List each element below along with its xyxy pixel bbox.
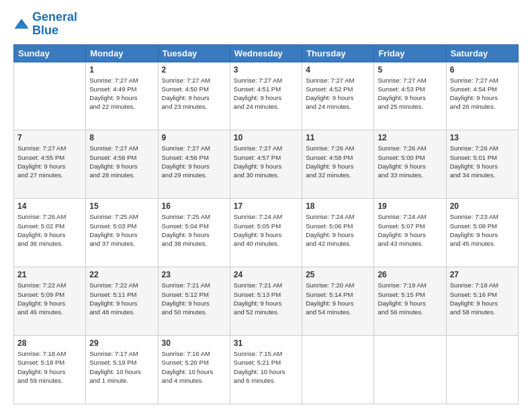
day-cell: 24Sunrise: 7:21 AM Sunset: 5:13 PM Dayli… bbox=[230, 267, 302, 336]
day-number: 5 bbox=[378, 65, 442, 75]
day-info: Sunrise: 7:16 AM Sunset: 5:20 PM Dayligh… bbox=[162, 349, 226, 385]
day-info: Sunrise: 7:21 AM Sunset: 5:13 PM Dayligh… bbox=[234, 281, 298, 316]
week-row-4: 21Sunrise: 7:22 AM Sunset: 5:09 PM Dayli… bbox=[14, 267, 519, 336]
day-info: Sunrise: 7:27 AM Sunset: 4:56 PM Dayligh… bbox=[162, 144, 226, 179]
day-info: Sunrise: 7:26 AM Sunset: 5:00 PM Dayligh… bbox=[378, 144, 442, 179]
day-info: Sunrise: 7:15 AM Sunset: 5:21 PM Dayligh… bbox=[234, 349, 298, 385]
day-info: Sunrise: 7:26 AM Sunset: 5:02 PM Dayligh… bbox=[17, 212, 82, 248]
day-info: Sunrise: 7:27 AM Sunset: 4:52 PM Dayligh… bbox=[306, 76, 370, 111]
week-row-1: 1Sunrise: 7:27 AM Sunset: 4:49 PM Daylig… bbox=[14, 62, 519, 130]
logo: General Blue bbox=[13, 11, 77, 38]
day-number: 11 bbox=[306, 133, 370, 142]
day-info: Sunrise: 7:27 AM Sunset: 4:54 PM Dayligh… bbox=[450, 76, 515, 111]
day-number: 8 bbox=[89, 133, 154, 142]
day-info: Sunrise: 7:24 AM Sunset: 5:05 PM Dayligh… bbox=[234, 212, 298, 248]
day-number: 1 bbox=[89, 65, 154, 75]
day-cell: 15Sunrise: 7:25 AM Sunset: 5:03 PM Dayli… bbox=[86, 199, 158, 267]
day-number: 21 bbox=[17, 270, 82, 279]
day-info: Sunrise: 7:25 AM Sunset: 5:04 PM Dayligh… bbox=[162, 212, 226, 248]
day-number: 27 bbox=[450, 270, 515, 279]
day-cell: 18Sunrise: 7:24 AM Sunset: 5:06 PM Dayli… bbox=[302, 199, 374, 267]
weekday-header-wednesday: Wednesday bbox=[230, 44, 302, 62]
day-cell: 10Sunrise: 7:27 AM Sunset: 4:57 PM Dayli… bbox=[230, 130, 302, 199]
day-cell bbox=[14, 62, 86, 130]
day-cell: 3Sunrise: 7:27 AM Sunset: 4:51 PM Daylig… bbox=[230, 62, 302, 130]
day-cell: 16Sunrise: 7:25 AM Sunset: 5:04 PM Dayli… bbox=[158, 199, 230, 267]
logo-icon bbox=[13, 17, 30, 31]
week-row-3: 14Sunrise: 7:26 AM Sunset: 5:02 PM Dayli… bbox=[14, 199, 519, 267]
day-number: 16 bbox=[162, 201, 226, 211]
day-number: 13 bbox=[450, 133, 515, 142]
day-number: 30 bbox=[162, 338, 226, 348]
day-number: 19 bbox=[378, 201, 442, 211]
day-cell: 8Sunrise: 7:27 AM Sunset: 4:56 PM Daylig… bbox=[86, 130, 158, 199]
day-info: Sunrise: 7:21 AM Sunset: 5:12 PM Dayligh… bbox=[162, 281, 226, 316]
day-number: 18 bbox=[306, 201, 370, 211]
day-number: 31 bbox=[234, 338, 298, 348]
week-row-2: 7Sunrise: 7:27 AM Sunset: 4:55 PM Daylig… bbox=[14, 130, 519, 199]
day-cell: 5Sunrise: 7:27 AM Sunset: 4:53 PM Daylig… bbox=[374, 62, 446, 130]
day-cell: 2Sunrise: 7:27 AM Sunset: 4:50 PM Daylig… bbox=[158, 62, 230, 130]
day-cell: 7Sunrise: 7:27 AM Sunset: 4:55 PM Daylig… bbox=[14, 130, 86, 199]
day-info: Sunrise: 7:27 AM Sunset: 4:49 PM Dayligh… bbox=[89, 76, 154, 111]
weekday-header-friday: Friday bbox=[374, 44, 446, 62]
day-info: Sunrise: 7:25 AM Sunset: 5:03 PM Dayligh… bbox=[89, 212, 154, 248]
day-cell: 4Sunrise: 7:27 AM Sunset: 4:52 PM Daylig… bbox=[302, 62, 374, 130]
day-number: 29 bbox=[89, 338, 154, 348]
day-number: 26 bbox=[378, 270, 442, 279]
day-number: 23 bbox=[162, 270, 226, 279]
day-number: 6 bbox=[450, 65, 515, 75]
day-number: 10 bbox=[234, 133, 298, 142]
day-cell: 25Sunrise: 7:20 AM Sunset: 5:14 PM Dayli… bbox=[302, 267, 374, 336]
day-cell: 26Sunrise: 7:19 AM Sunset: 5:15 PM Dayli… bbox=[374, 267, 446, 336]
day-cell: 19Sunrise: 7:24 AM Sunset: 5:07 PM Dayli… bbox=[374, 199, 446, 267]
day-info: Sunrise: 7:22 AM Sunset: 5:11 PM Dayligh… bbox=[89, 281, 154, 316]
day-info: Sunrise: 7:22 AM Sunset: 5:09 PM Dayligh… bbox=[17, 281, 82, 316]
logo-text: General Blue bbox=[32, 11, 77, 38]
day-number: 3 bbox=[234, 65, 298, 75]
day-number: 14 bbox=[17, 201, 82, 211]
weekday-header-row: SundayMondayTuesdayWednesdayThursdayFrid… bbox=[14, 44, 519, 62]
day-cell: 31Sunrise: 7:15 AM Sunset: 5:21 PM Dayli… bbox=[230, 336, 302, 404]
day-number: 7 bbox=[17, 133, 82, 142]
weekday-header-thursday: Thursday bbox=[302, 44, 374, 62]
day-info: Sunrise: 7:27 AM Sunset: 4:53 PM Dayligh… bbox=[378, 76, 442, 111]
day-info: Sunrise: 7:26 AM Sunset: 5:01 PM Dayligh… bbox=[450, 144, 515, 179]
day-info: Sunrise: 7:26 AM Sunset: 4:58 PM Dayligh… bbox=[306, 144, 370, 179]
weekday-header-monday: Monday bbox=[86, 44, 158, 62]
day-cell bbox=[302, 336, 374, 404]
day-cell: 9Sunrise: 7:27 AM Sunset: 4:56 PM Daylig… bbox=[158, 130, 230, 199]
day-info: Sunrise: 7:17 AM Sunset: 5:19 PM Dayligh… bbox=[89, 349, 154, 385]
day-info: Sunrise: 7:27 AM Sunset: 4:56 PM Dayligh… bbox=[89, 144, 154, 179]
day-cell: 27Sunrise: 7:18 AM Sunset: 5:16 PM Dayli… bbox=[446, 267, 518, 336]
day-number: 24 bbox=[234, 270, 298, 279]
day-cell: 23Sunrise: 7:21 AM Sunset: 5:12 PM Dayli… bbox=[158, 267, 230, 336]
day-info: Sunrise: 7:18 AM Sunset: 5:16 PM Dayligh… bbox=[450, 281, 515, 316]
day-cell: 13Sunrise: 7:26 AM Sunset: 5:01 PM Dayli… bbox=[446, 130, 518, 199]
day-cell bbox=[446, 336, 518, 404]
day-number: 17 bbox=[234, 201, 298, 211]
day-cell: 22Sunrise: 7:22 AM Sunset: 5:11 PM Dayli… bbox=[86, 267, 158, 336]
day-cell: 14Sunrise: 7:26 AM Sunset: 5:02 PM Dayli… bbox=[14, 199, 86, 267]
day-info: Sunrise: 7:20 AM Sunset: 5:14 PM Dayligh… bbox=[306, 281, 370, 316]
header: General Blue bbox=[13, 11, 519, 38]
day-info: Sunrise: 7:23 AM Sunset: 5:08 PM Dayligh… bbox=[450, 212, 515, 248]
week-row-5: 28Sunrise: 7:18 AM Sunset: 5:18 PM Dayli… bbox=[14, 336, 519, 404]
day-cell: 12Sunrise: 7:26 AM Sunset: 5:00 PM Dayli… bbox=[374, 130, 446, 199]
day-info: Sunrise: 7:24 AM Sunset: 5:06 PM Dayligh… bbox=[306, 212, 370, 248]
day-info: Sunrise: 7:27 AM Sunset: 4:57 PM Dayligh… bbox=[234, 144, 298, 179]
day-cell: 29Sunrise: 7:17 AM Sunset: 5:19 PM Dayli… bbox=[86, 336, 158, 404]
day-cell: 17Sunrise: 7:24 AM Sunset: 5:05 PM Dayli… bbox=[230, 199, 302, 267]
day-number: 9 bbox=[162, 133, 226, 142]
day-number: 25 bbox=[306, 270, 370, 279]
day-info: Sunrise: 7:24 AM Sunset: 5:07 PM Dayligh… bbox=[378, 212, 442, 248]
day-info: Sunrise: 7:27 AM Sunset: 4:55 PM Dayligh… bbox=[17, 144, 82, 179]
day-number: 20 bbox=[450, 201, 515, 211]
calendar-table: SundayMondayTuesdayWednesdayThursdayFrid… bbox=[13, 44, 519, 404]
day-number: 15 bbox=[89, 201, 154, 211]
day-cell bbox=[374, 336, 446, 404]
day-info: Sunrise: 7:19 AM Sunset: 5:15 PM Dayligh… bbox=[378, 281, 442, 316]
day-cell: 30Sunrise: 7:16 AM Sunset: 5:20 PM Dayli… bbox=[158, 336, 230, 404]
day-cell: 28Sunrise: 7:18 AM Sunset: 5:18 PM Dayli… bbox=[14, 336, 86, 404]
day-cell: 1Sunrise: 7:27 AM Sunset: 4:49 PM Daylig… bbox=[86, 62, 158, 130]
